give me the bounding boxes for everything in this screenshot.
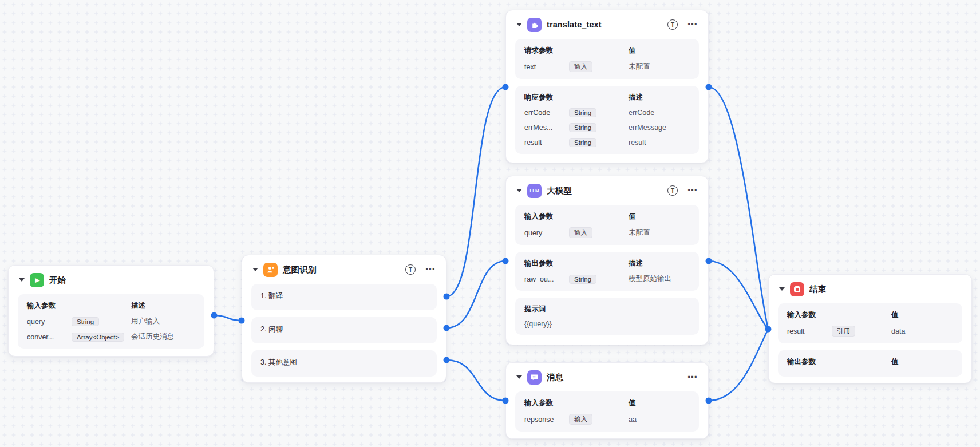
port-translate-input[interactable] (503, 84, 509, 90)
node-message-header: 消息 ⋯ (506, 363, 708, 391)
translate-request-panel: 请求参数 值 text 输入 未配置 (515, 39, 699, 79)
param-source-badge: 输入 (569, 61, 592, 72)
param-desc: 用户输入 (131, 317, 195, 326)
port-start-output[interactable] (211, 312, 218, 319)
prompt-value: {{query}} (524, 320, 690, 328)
param-name: result (787, 327, 832, 335)
plugin-icon (527, 18, 542, 32)
port-translate-output[interactable] (706, 84, 712, 90)
collapse-caret-icon[interactable] (516, 375, 522, 379)
param-type-badge: String (569, 108, 596, 117)
port-intent-branch2-output[interactable] (444, 325, 450, 331)
column-header: 输入参数 (524, 398, 629, 408)
port-llm-output[interactable] (706, 258, 712, 264)
port-message-input[interactable] (503, 398, 509, 404)
column-header: 值 (891, 357, 953, 367)
column-header: 输出参数 (524, 259, 629, 268)
port-intent-branch3-output[interactable] (444, 357, 450, 363)
end-input-panel: 输入参数 值 result 引用 data (778, 303, 962, 343)
column-header: 输入参数 (787, 310, 891, 320)
param-source-badge: 输入 (569, 414, 592, 425)
user-icon (263, 263, 278, 277)
collapse-caret-icon[interactable] (19, 278, 25, 282)
column-header: 输出参数 (787, 357, 891, 367)
node-title: 开始 (49, 275, 66, 286)
intent-branch-2[interactable]: 2. 闲聊 (251, 317, 437, 343)
param-type-badge: String (569, 138, 596, 147)
node-llm-header: LLM 大模型 T ⋯ (506, 176, 708, 205)
intent-branch-3[interactable]: 3. 其他意图 (251, 350, 437, 377)
test-run-icon[interactable]: T (405, 264, 416, 275)
node-end-header: 结束 (769, 275, 971, 303)
param-type-badge: Array<Object> (72, 333, 124, 342)
llm-icon: LLM (527, 184, 542, 198)
flow-canvas[interactable]: ▶ 开始 输入参数 描述 query String 用户输入 conver...… (0, 0, 980, 447)
column-header: 值 (629, 46, 690, 56)
param-value: 未配置 (629, 62, 690, 72)
node-intent-header: 意图识别 T ⋯ (242, 255, 446, 284)
column-header: 值 (891, 310, 953, 320)
test-run-icon[interactable]: T (667, 19, 678, 30)
node-translate-header: translate_text T ⋯ (506, 10, 708, 39)
param-value: aa (629, 416, 690, 424)
collapse-caret-icon[interactable] (252, 268, 258, 271)
param-name: errMes... (524, 124, 569, 132)
node-translate-text[interactable]: translate_text T ⋯ 请求参数 值 text 输入 未配置 响应… (505, 10, 709, 163)
collapse-caret-icon[interactable] (779, 287, 785, 291)
column-header: 输入参数 (524, 212, 629, 221)
play-icon: ▶ (30, 273, 44, 287)
param-type-badge: String (569, 123, 596, 132)
param-desc: 模型原始输出 (629, 274, 690, 284)
param-name: conver... (27, 333, 72, 341)
branch-label: 2. 闲聊 (260, 325, 283, 333)
port-llm-input[interactable] (503, 258, 509, 264)
llm-input-panel: 输入参数 值 query 输入 未配置 (515, 205, 699, 245)
more-menu-icon[interactable]: ⋯ (687, 22, 698, 27)
param-value: 未配置 (629, 228, 690, 238)
param-name: repsonse (524, 416, 569, 424)
port-intent-input[interactable] (239, 318, 245, 324)
start-params-panel: 输入参数 描述 query String 用户输入 conver... Arra… (18, 294, 204, 349)
port-end-input[interactable] (765, 326, 772, 333)
chat-icon (527, 370, 542, 385)
column-header: 输入参数 (27, 301, 131, 311)
more-menu-icon[interactable]: ⋯ (425, 267, 436, 272)
param-name: text (524, 63, 569, 71)
node-start[interactable]: ▶ 开始 输入参数 描述 query String 用户输入 conver...… (8, 265, 214, 357)
node-title: 意图识别 (283, 264, 316, 275)
more-menu-icon[interactable]: ⋯ (687, 188, 698, 193)
stop-icon (790, 282, 804, 296)
param-name: errCode (524, 109, 569, 117)
param-name: query (27, 318, 72, 326)
node-llm[interactable]: LLM 大模型 T ⋯ 输入参数 值 query 输入 未配置 输出参数 描述 … (505, 176, 709, 345)
prompt-header: 提示词 (524, 304, 690, 314)
test-run-icon[interactable]: T (667, 185, 678, 196)
param-value: data (891, 327, 953, 335)
port-intent-branch1-output[interactable] (444, 294, 450, 300)
more-menu-icon[interactable]: ⋯ (687, 374, 698, 380)
intent-branch-1[interactable]: 1. 翻译 (251, 284, 437, 310)
param-ref-badge: 引用 (832, 326, 855, 337)
llm-prompt-panel: 提示词 {{query}} (515, 298, 699, 335)
node-title: 大模型 (547, 185, 572, 196)
column-header: 描述 (629, 259, 690, 268)
param-name: query (524, 229, 569, 237)
param-desc: errMessage (629, 124, 690, 132)
node-intent-recognition[interactable]: 意图识别 T ⋯ 1. 翻译 2. 闲聊 3. 其他意图 (242, 255, 446, 383)
column-header: 请求参数 (524, 46, 629, 56)
collapse-caret-icon[interactable] (516, 23, 522, 26)
node-start-header: ▶ 开始 (9, 266, 214, 294)
param-type-badge: String (569, 275, 596, 284)
collapse-caret-icon[interactable] (516, 189, 522, 192)
node-end[interactable]: 结束 输入参数 值 result 引用 data 输出参数 值 (768, 274, 972, 383)
column-header: 描述 (131, 301, 195, 311)
end-output-panel: 输出参数 值 (778, 350, 962, 377)
port-message-output[interactable] (706, 398, 712, 404)
column-header: 响应参数 (524, 93, 629, 102)
node-message[interactable]: 消息 ⋯ 输入参数 值 repsonse 输入 aa (505, 362, 709, 439)
column-header: 值 (629, 212, 690, 221)
param-name: result (524, 139, 569, 147)
param-desc: result (629, 139, 690, 147)
node-title: 结束 (809, 284, 826, 295)
branch-label: 3. 其他意图 (260, 358, 297, 366)
